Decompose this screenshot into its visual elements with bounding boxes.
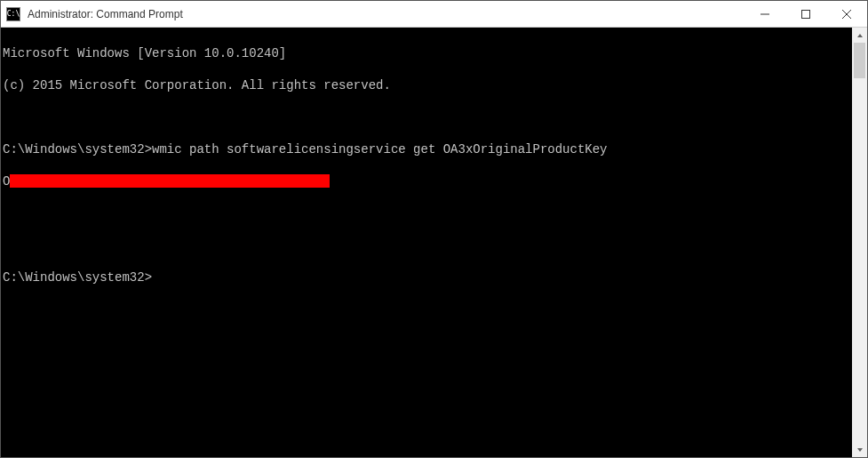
svg-marker-5 [857, 448, 863, 452]
minimize-button[interactable] [745, 1, 785, 27]
scroll-thumb[interactable] [854, 43, 865, 78]
copyright-text: (c) 2015 Microsoft Corporation. All righ… [3, 78, 391, 92]
output-prefix: O [3, 174, 10, 189]
svg-marker-4 [857, 34, 863, 37]
command-text: wmic path softwarelicensingservice get O… [152, 142, 607, 157]
terminal-line: Microsoft Windows [Version 10.0.10240] [3, 45, 852, 61]
prompt-path: C:\Windows\system32> [3, 142, 152, 157]
scroll-track[interactable] [852, 43, 867, 442]
close-icon [842, 10, 851, 19]
terminal-line [3, 237, 852, 253]
minimize-icon [760, 10, 769, 19]
svg-rect-1 [802, 10, 810, 18]
terminal-area: Microsoft Windows [Version 10.0.10240] (… [1, 28, 867, 457]
scroll-up-button[interactable] [852, 28, 867, 43]
terminal-line [3, 109, 852, 125]
terminal-line: C:\Windows\system32> [3, 269, 852, 285]
banner-text: Microsoft Windows [Version 10.0.10240] [3, 46, 286, 60]
titlebar[interactable]: C:\ Administrator: Command Prompt [1, 1, 867, 28]
terminal-line: (c) 2015 Microsoft Corporation. All righ… [3, 77, 852, 93]
maximize-icon [801, 10, 810, 19]
terminal-output[interactable]: Microsoft Windows [Version 10.0.10240] (… [1, 28, 852, 457]
command-prompt-window: C:\ Administrator: Command Prompt Micros… [0, 0, 868, 458]
window-title: Administrator: Command Prompt [28, 8, 183, 20]
maximize-button[interactable] [785, 1, 826, 27]
redacted-product-key [10, 174, 330, 188]
terminal-line: C:\Windows\system32>wmic path softwareli… [3, 141, 852, 157]
terminal-line [3, 205, 852, 221]
chevron-up-icon [856, 32, 864, 39]
prompt-path: C:\Windows\system32> [3, 270, 152, 285]
close-button[interactable] [826, 1, 867, 27]
vertical-scrollbar[interactable] [852, 28, 867, 457]
app-icon: C:\ [6, 7, 20, 21]
window-controls [745, 1, 867, 27]
chevron-down-icon [856, 446, 864, 454]
terminal-line: O [3, 173, 852, 189]
scroll-down-button[interactable] [852, 442, 867, 457]
